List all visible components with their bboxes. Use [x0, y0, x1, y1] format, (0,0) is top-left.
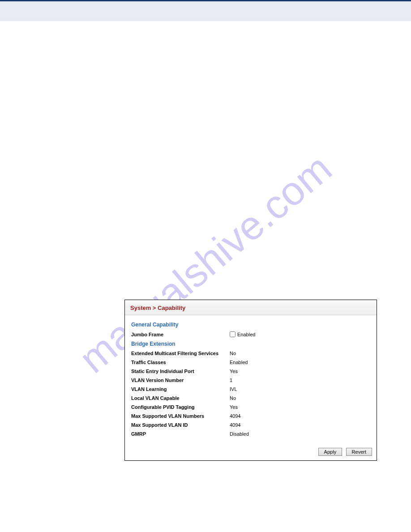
row-label: VLAN Learning [131, 386, 230, 392]
jumbo-frame-label: Jumbo Frame [131, 332, 230, 337]
table-row: Static Entry Individual Port Yes [131, 369, 370, 374]
capability-panel: System > Capability General Capability J… [124, 300, 377, 461]
row-label: Max Supported VLAN ID [131, 422, 230, 428]
bridge-extension-label: Bridge Extension [131, 341, 370, 347]
apply-button[interactable]: Apply [318, 448, 342, 456]
row-value: No [230, 395, 236, 401]
table-row: Local VLAN Capable No [131, 395, 370, 401]
row-value: Disabled [230, 431, 249, 437]
row-label: Static Entry Individual Port [131, 369, 230, 374]
row-label: Local VLAN Capable [131, 395, 230, 401]
row-label: VLAN Version Number [131, 378, 230, 383]
row-label: Configurable PVID Tagging [131, 404, 230, 410]
panel-body: General Capability Jumbo Frame Enabled B… [125, 315, 377, 445]
row-value: 1 [230, 378, 232, 383]
table-row: Extended Multicast Filtering Services No [131, 351, 370, 356]
row-value: Enabled [230, 360, 248, 365]
button-row: Apply Revert [125, 445, 377, 460]
row-value: IVL [230, 386, 237, 392]
row-value: 4094 [230, 413, 240, 419]
table-row: Max Supported VLAN Numbers 4094 [131, 413, 370, 419]
page-header [0, 0, 411, 38]
jumbo-frame-checkbox[interactable] [230, 331, 235, 337]
row-label: Extended Multicast Filtering Services [131, 351, 230, 356]
panel-title: System > Capability [130, 305, 371, 311]
row-label: Max Supported VLAN Numbers [131, 413, 230, 419]
table-row: VLAN Learning IVL [131, 386, 370, 392]
panel-header: System > Capability [125, 300, 377, 315]
table-row: GMRP Disabled [131, 431, 370, 437]
table-row: Configurable PVID Tagging Yes [131, 404, 370, 410]
jumbo-frame-checkbox-label: Enabled [237, 332, 255, 337]
header-band [0, 1, 411, 21]
general-capability-label: General Capability [131, 322, 370, 328]
table-row: Traffic Classes Enabled [131, 360, 370, 365]
row-value: 4094 [230, 422, 240, 428]
table-row: Max Supported VLAN ID 4094 [131, 422, 370, 428]
row-label: Traffic Classes [131, 360, 230, 365]
jumbo-frame-row: Jumbo Frame Enabled [131, 331, 370, 337]
revert-button[interactable]: Revert [346, 448, 372, 456]
table-row: VLAN Version Number 1 [131, 378, 370, 383]
row-value: Yes [230, 404, 238, 410]
row-value: No [230, 351, 236, 356]
row-label: GMRP [131, 431, 230, 437]
row-value: Yes [230, 369, 238, 374]
jumbo-frame-value: Enabled [230, 331, 255, 337]
